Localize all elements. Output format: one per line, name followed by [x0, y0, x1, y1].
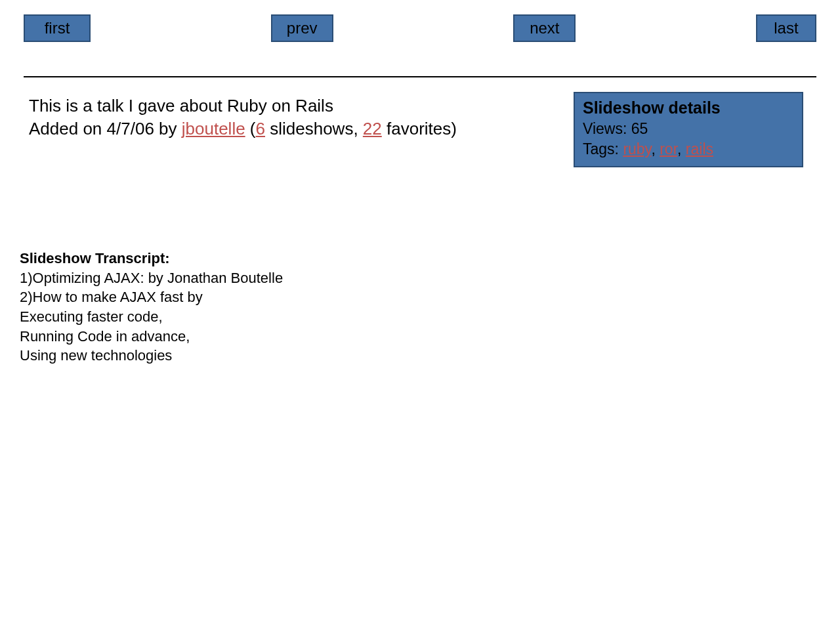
user-link[interactable]: jboutelle: [182, 119, 245, 138]
slideshows-count-link[interactable]: 6: [256, 119, 265, 138]
transcript-title: Slideshow Transcript:: [20, 249, 475, 268]
transcript-line-4: Running Code in advance,: [20, 327, 475, 346]
tags-label: Tags:: [583, 140, 623, 158]
description-line2: Added on 4/7/06 by jboutelle (6 slidesho…: [29, 117, 457, 140]
transcript-block: Slideshow Transcript: 1)Optimizing AJAX:…: [0, 249, 499, 366]
added-prefix: Added on: [29, 119, 107, 138]
favorites-count-link[interactable]: 22: [363, 119, 382, 138]
transcript-line-2: 2)How to make AJAX fast by: [20, 287, 475, 307]
slideshows-text: slideshows,: [265, 119, 363, 138]
first-button[interactable]: first: [24, 14, 91, 42]
tag-sep-1: ,: [651, 140, 660, 158]
added-date: 4/7/06: [107, 119, 154, 138]
views-label: Views:: [583, 120, 631, 137]
next-button[interactable]: next: [513, 14, 576, 42]
transcript-line-3: Executing faster code,: [20, 307, 475, 327]
by-text: by: [154, 119, 182, 138]
favorites-text: favorites): [382, 119, 457, 138]
transcript-line-5: Using new technologies: [20, 346, 475, 366]
views-count: 65: [631, 120, 648, 137]
tag-sep-2: ,: [677, 140, 686, 158]
prev-button[interactable]: prev: [271, 14, 333, 42]
transcript-line-1: 1)Optimizing AJAX: by Jonathan Boutelle: [20, 268, 475, 288]
description-line1: This is a talk I gave about Ruby on Rail…: [29, 94, 457, 117]
slideshow-details-box: Slideshow details Views: 65 Tags: ruby, …: [574, 92, 803, 167]
last-button[interactable]: last: [756, 14, 816, 42]
tag-ruby[interactable]: ruby: [623, 140, 651, 158]
details-title: Slideshow details: [583, 98, 794, 117]
description-block: This is a talk I gave about Ruby on Rail…: [29, 92, 457, 140]
details-tags-row: Tags: ruby, ror, rails: [583, 140, 794, 158]
details-views-row: Views: 65: [583, 120, 794, 138]
open-paren: (: [245, 119, 256, 138]
tag-ror[interactable]: ror: [660, 140, 677, 158]
nav-controls: first prev next last: [0, 0, 840, 42]
tag-rails[interactable]: rails: [686, 140, 713, 158]
content-area: This is a talk I gave about Ruby on Rail…: [0, 77, 840, 167]
